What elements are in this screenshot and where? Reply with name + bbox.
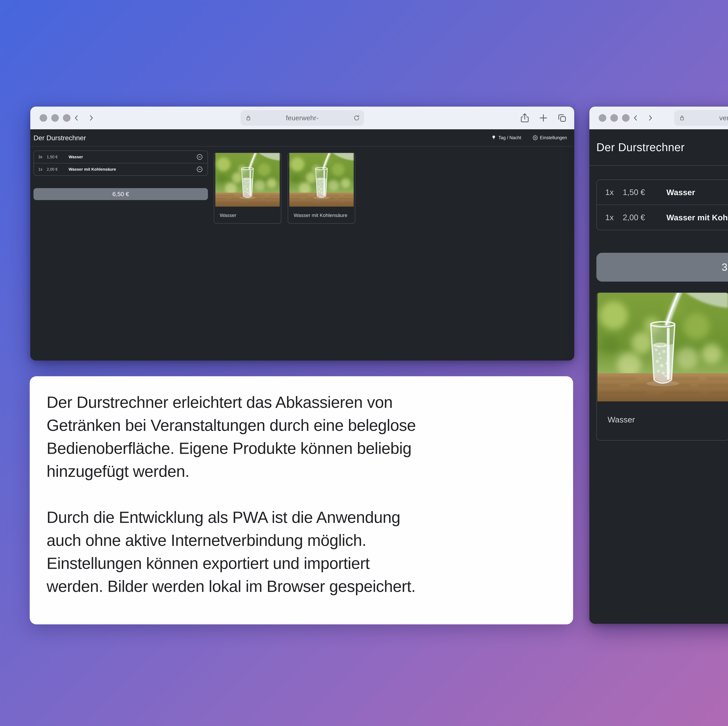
item-name: Wasser: [667, 188, 728, 197]
lock-icon: [245, 115, 252, 121]
cart-row: 1x 2,00 € Wasser mit Kohlensäure: [34, 163, 208, 175]
product-image-water: [288, 153, 355, 206]
zoom-window-button[interactable]: [63, 114, 70, 122]
product-card-wasser[interactable]: Wasser: [214, 153, 281, 224]
product-name: Wasser mit Kohlensäure: [288, 206, 355, 218]
forward-icon[interactable]: [87, 114, 95, 122]
toolbar-actions: [520, 107, 567, 129]
url-text: vercel.com: [719, 114, 728, 122]
window-controls: [40, 107, 70, 129]
durstrechner-app-mobile: Der Durstrechner 1x 1,50 € Wasser 1x 2,0…: [589, 129, 728, 624]
project-description-card: Der Durstrechner erleichtert das Abkassi…: [30, 376, 573, 624]
product-card-wasser[interactable]: Wasser: [596, 292, 728, 440]
header-actions: Tag / Nacht Einstellungen: [490, 135, 568, 141]
item-quantity: 1x: [605, 188, 623, 197]
close-window-button[interactable]: [599, 114, 606, 122]
cart-list: 3x 1,50 € Wasser 1x 2,00 € Wasser mit Ko…: [34, 151, 208, 176]
browser-window-desktop: feuerwehr- Der Durstrechner Tag / Nacht …: [30, 107, 574, 361]
gear-icon: [532, 135, 538, 141]
lightbulb-icon: [491, 135, 496, 141]
item-quantity: 3x: [38, 155, 47, 159]
share-icon[interactable]: [520, 113, 530, 123]
settings-label: Einstellungen: [540, 135, 567, 141]
browser-window-mobile: vercel.com Der Durstrechner 1x 1,: [589, 107, 728, 624]
durstrechner-app-desktop: Der Durstrechner Tag / Nacht Einstellung…: [30, 129, 574, 361]
description-paragraph-1: Der Durstrechner erleichtert das Abkassi…: [47, 391, 556, 483]
product-image-water: [597, 293, 728, 402]
total-checkout-button[interactable]: 6,50 €: [34, 188, 208, 200]
lock-icon: [679, 115, 685, 121]
browser-toolbar: feuerwehr-: [30, 107, 574, 129]
minimize-window-button[interactable]: [51, 114, 59, 122]
product-image-water: [214, 153, 281, 206]
url-text: feuerwehr-: [286, 114, 319, 122]
app-header: Der Durstrechner: [589, 129, 728, 166]
day-night-label: Tag / Nacht: [499, 135, 521, 141]
item-price: 1,50 €: [623, 188, 667, 197]
minus-circle-icon: [196, 166, 203, 173]
tab-overview-icon[interactable]: [557, 113, 567, 123]
product-name: Wasser: [214, 206, 281, 218]
minus-circle-icon: [196, 153, 203, 160]
item-price: 2,00 €: [47, 167, 69, 172]
item-quantity: 1x: [38, 167, 47, 172]
cart-row: 1x 1,50 € Wasser: [597, 180, 728, 205]
browser-toolbar: vercel.com: [589, 107, 728, 129]
item-name: Wasser mit Kohlensäure: [667, 213, 728, 222]
close-window-button[interactable]: [40, 114, 47, 122]
cart-row: 1x 2,00 € Wasser mit Kohlensäure: [597, 205, 728, 230]
remove-item-button[interactable]: [196, 153, 203, 160]
total-checkout-button[interactable]: 3,50 €: [596, 253, 728, 281]
item-price: 2,00 €: [623, 213, 667, 222]
app-header: Der Durstrechner Tag / Nacht Einstellung…: [30, 129, 574, 147]
forward-icon[interactable]: [646, 114, 655, 122]
item-name: Wasser mit Kohlensäure: [69, 167, 196, 172]
nav-buttons: [72, 107, 95, 129]
window-controls: [599, 107, 630, 129]
product-name: Wasser: [597, 402, 728, 424]
address-bar[interactable]: feuerwehr-: [240, 110, 364, 126]
back-icon[interactable]: [631, 114, 640, 122]
app-title: Der Durstrechner: [34, 134, 86, 142]
item-price: 1,50 €: [47, 155, 69, 159]
item-quantity: 1x: [605, 213, 623, 222]
day-night-toggle-button[interactable]: Tag / Nacht: [490, 135, 522, 141]
minimize-window-button[interactable]: [610, 114, 618, 122]
item-name: Wasser: [69, 154, 196, 159]
remove-item-button[interactable]: [196, 166, 203, 173]
address-bar[interactable]: vercel.com: [674, 110, 728, 126]
presentation-canvas: { "background": { "gradient_colors": ["#…: [0, 0, 728, 726]
zoom-window-button[interactable]: [622, 114, 630, 122]
settings-button[interactable]: Einstellungen: [532, 135, 568, 141]
back-icon[interactable]: [72, 114, 81, 122]
app-title: Der Durstrechner: [596, 141, 685, 154]
product-card-wasser-mit-kohlensaeure[interactable]: Wasser mit Kohlensäure: [288, 153, 355, 224]
new-tab-icon[interactable]: [538, 113, 549, 123]
description-paragraph-2: Durch die Entwicklung als PWA ist die An…: [47, 506, 556, 598]
nav-buttons: [631, 107, 655, 129]
cart-row: 3x 1,50 € Wasser: [34, 151, 208, 163]
reload-icon[interactable]: [353, 114, 360, 122]
cart-list: 1x 1,50 € Wasser 1x 2,00 € Wasser mit Ko…: [596, 179, 728, 230]
